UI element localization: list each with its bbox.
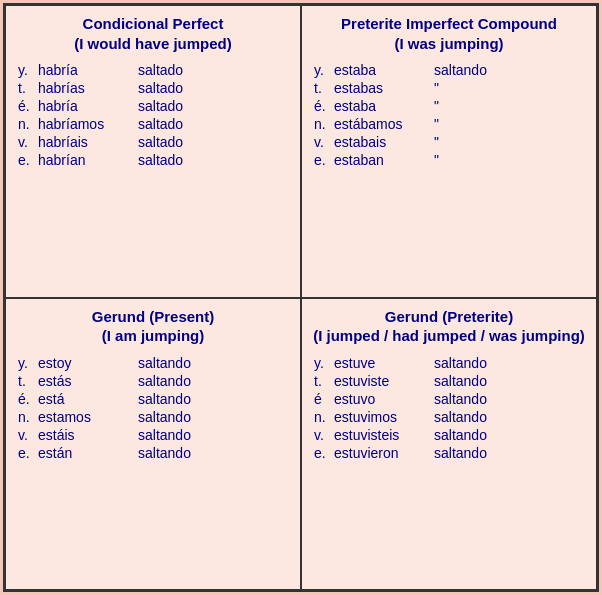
- cell-conditional-perfect: Condicional Perfect(I would have jumped)…: [5, 5, 301, 298]
- table-gerund-present: y.estoysaltandot.estássaltandoé.estásalt…: [16, 354, 290, 462]
- verb-cell: estuvimos: [332, 408, 432, 426]
- participle-cell: saltando: [432, 372, 586, 390]
- pronoun-cell: v.: [312, 426, 332, 444]
- participle-cell: saltando: [432, 61, 586, 79]
- cell-gerund-preterite: Gerund (Preterite)(I jumped / had jumped…: [301, 298, 597, 591]
- table-row: t.estuvistesaltando: [312, 372, 586, 390]
- table-row: v.estuvisteissaltando: [312, 426, 586, 444]
- verb-cell: estamos: [36, 408, 136, 426]
- pronoun-cell: é.: [16, 390, 36, 408]
- pronoun-cell: é.: [16, 97, 36, 115]
- table-row: n.estuvimossaltando: [312, 408, 586, 426]
- participle-cell: saltado: [136, 97, 290, 115]
- verb-cell: estabas: [332, 79, 432, 97]
- pronoun-cell: y.: [16, 61, 36, 79]
- participle-cell: saltando: [432, 444, 586, 462]
- table-row: y.estoysaltando: [16, 354, 290, 372]
- cell-preterite-imperfect-compound: Preterite Imperfect Compound(I was jumpi…: [301, 5, 597, 298]
- table-conditional-perfect: y.habríasaltadot.habríassaltadoé.habrías…: [16, 61, 290, 169]
- table-row: t.estabas": [312, 79, 586, 97]
- cell-gerund-present: Gerund (Present)(I am jumping)y.estoysal…: [5, 298, 301, 591]
- participle-cell: saltando: [136, 408, 290, 426]
- verb-cell: estaban: [332, 151, 432, 169]
- pronoun-cell: é.: [312, 97, 332, 115]
- participle-cell: saltando: [136, 444, 290, 462]
- verb-cell: habría: [36, 61, 136, 79]
- verb-cell: estábamos: [332, 115, 432, 133]
- table-row: v.habríaissaltado: [16, 133, 290, 151]
- table-row: e.estuvieronsaltando: [312, 444, 586, 462]
- table-row: y.estabasaltando: [312, 61, 586, 79]
- verb-cell: estabais: [332, 133, 432, 151]
- participle-cell: saltando: [136, 390, 290, 408]
- pronoun-cell: e.: [312, 151, 332, 169]
- pronoun-cell: e.: [312, 444, 332, 462]
- verb-cell: estuvieron: [332, 444, 432, 462]
- participle-cell: saltando: [136, 426, 290, 444]
- participle-cell: saltando: [432, 354, 586, 372]
- pronoun-cell: y.: [312, 61, 332, 79]
- table-row: n.estamossaltando: [16, 408, 290, 426]
- title-gerund-preterite: Gerund (Preterite)(I jumped / had jumped…: [312, 307, 586, 346]
- participle-cell: saltado: [136, 61, 290, 79]
- pronoun-cell: e.: [16, 444, 36, 462]
- verb-cell: estoy: [36, 354, 136, 372]
- participle-cell: ": [432, 133, 586, 151]
- table-gerund-preterite: y.estuvesaltandot.estuvistesaltandoéestu…: [312, 354, 586, 462]
- pronoun-cell: é: [312, 390, 332, 408]
- participle-cell: saltando: [432, 408, 586, 426]
- table-row: y.habríasaltado: [16, 61, 290, 79]
- verb-cell: habría: [36, 97, 136, 115]
- table-row: é.habríasaltado: [16, 97, 290, 115]
- pronoun-cell: t.: [16, 79, 36, 97]
- title-preterite-imperfect-compound: Preterite Imperfect Compound(I was jumpi…: [312, 14, 586, 53]
- table-row: e.estánsaltando: [16, 444, 290, 462]
- table-row: é.estásaltando: [16, 390, 290, 408]
- verb-cell: habríamos: [36, 115, 136, 133]
- main-grid: Condicional Perfect(I would have jumped)…: [3, 3, 599, 592]
- verb-cell: estuviste: [332, 372, 432, 390]
- table-row: e.estaban": [312, 151, 586, 169]
- pronoun-cell: v.: [16, 133, 36, 151]
- participle-cell: saltando: [432, 426, 586, 444]
- participle-cell: saltando: [136, 372, 290, 390]
- verb-cell: está: [36, 390, 136, 408]
- participle-cell: ": [432, 115, 586, 133]
- pronoun-cell: n.: [16, 115, 36, 133]
- verb-cell: habrías: [36, 79, 136, 97]
- participle-cell: saltando: [136, 354, 290, 372]
- participle-cell: saltado: [136, 151, 290, 169]
- verb-cell: estaba: [332, 97, 432, 115]
- pronoun-cell: t.: [312, 372, 332, 390]
- verb-cell: estás: [36, 372, 136, 390]
- title-gerund-present: Gerund (Present)(I am jumping): [16, 307, 290, 346]
- table-row: v.estabais": [312, 133, 586, 151]
- pronoun-cell: n.: [16, 408, 36, 426]
- pronoun-cell: y.: [312, 354, 332, 372]
- pronoun-cell: v.: [312, 133, 332, 151]
- verb-cell: habrían: [36, 151, 136, 169]
- table-preterite-imperfect-compound: y.estabasaltandot.estabas"é.estaba"n.est…: [312, 61, 586, 169]
- verb-cell: estaba: [332, 61, 432, 79]
- pronoun-cell: n.: [312, 408, 332, 426]
- table-row: y.estuvesaltando: [312, 354, 586, 372]
- verb-cell: están: [36, 444, 136, 462]
- table-row: e.habríansaltado: [16, 151, 290, 169]
- pronoun-cell: y.: [16, 354, 36, 372]
- participle-cell: ": [432, 151, 586, 169]
- verb-cell: estuve: [332, 354, 432, 372]
- table-row: é.estaba": [312, 97, 586, 115]
- table-row: t.estássaltando: [16, 372, 290, 390]
- table-row: n.habríamossaltado: [16, 115, 290, 133]
- pronoun-cell: t.: [312, 79, 332, 97]
- verb-cell: estuvisteis: [332, 426, 432, 444]
- title-conditional-perfect: Condicional Perfect(I would have jumped): [16, 14, 290, 53]
- table-row: t.habríassaltado: [16, 79, 290, 97]
- participle-cell: ": [432, 97, 586, 115]
- pronoun-cell: n.: [312, 115, 332, 133]
- table-row: v.estáissaltando: [16, 426, 290, 444]
- pronoun-cell: v.: [16, 426, 36, 444]
- table-row: n.estábamos": [312, 115, 586, 133]
- participle-cell: saltado: [136, 133, 290, 151]
- participle-cell: ": [432, 79, 586, 97]
